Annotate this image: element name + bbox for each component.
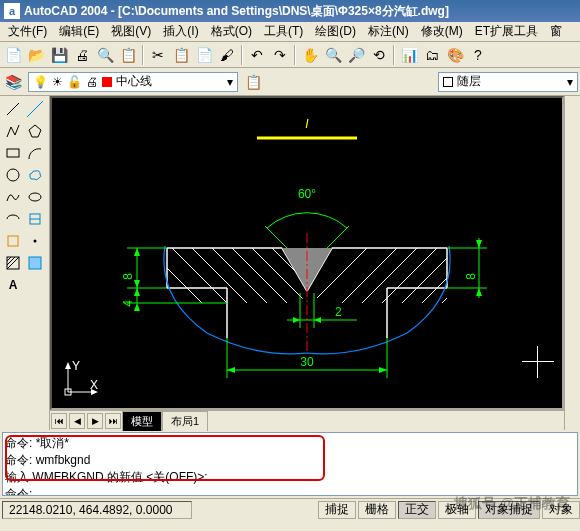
menu-edit[interactable]: 编辑(E) xyxy=(53,21,105,42)
cmd-line: 输入 WMFBKGND 的新值 <关(OFF)>: xyxy=(5,469,575,486)
svg-marker-51 xyxy=(293,317,300,323)
snap-toggle[interactable]: 捕捉 xyxy=(318,501,356,519)
command-window[interactable]: 命令: *取消* 命令: wmfbkgnd 输入 WMFBKGND 的新值 <关… xyxy=(2,432,578,496)
draw-toolbar: A xyxy=(0,96,50,430)
polar-toggle[interactable]: 极轴 xyxy=(438,501,476,519)
new-icon[interactable]: 📄 xyxy=(2,44,24,66)
svg-line-12 xyxy=(7,257,15,265)
svg-text:4: 4 xyxy=(121,300,135,307)
svg-line-43 xyxy=(377,248,437,308)
layer-color-swatch xyxy=(102,77,112,87)
help-icon[interactable]: ? xyxy=(467,44,489,66)
point-icon[interactable] xyxy=(24,230,46,252)
print-icon[interactable]: 🖨 xyxy=(71,44,93,66)
cut-icon[interactable]: ✂ xyxy=(147,44,169,66)
ucs-icon: Y X xyxy=(60,360,100,400)
zoom-icon[interactable]: 🔍 xyxy=(322,44,344,66)
menu-bar: 文件(F) 编辑(E) 视图(V) 插入(I) 格式(O) 工具(T) 绘图(D… xyxy=(0,22,580,42)
svg-text:8: 8 xyxy=(464,273,478,280)
xline-icon[interactable] xyxy=(24,98,46,120)
svg-rect-3 xyxy=(7,149,19,157)
menu-tools[interactable]: 工具(T) xyxy=(258,21,309,42)
svg-line-1 xyxy=(27,101,43,117)
layer-toolbar: 📚 💡 ☀ 🔓 🖨 中心线 ▾ 📋 随层 ▾ xyxy=(0,68,580,96)
menu-dimension[interactable]: 标注(N) xyxy=(362,21,415,42)
layer-manager-icon[interactable]: 📚 xyxy=(2,71,24,93)
ortho-toggle[interactable]: 正交 xyxy=(398,501,436,519)
hatch-icon[interactable] xyxy=(2,252,24,274)
zoom-prev-icon[interactable]: ⟲ xyxy=(368,44,390,66)
undo-icon[interactable]: ↶ xyxy=(246,44,268,66)
circle-icon[interactable] xyxy=(2,164,24,186)
lightbulb-icon: 💡 xyxy=(33,75,48,89)
arc-icon[interactable] xyxy=(24,142,46,164)
menu-insert[interactable]: 插入(I) xyxy=(157,21,204,42)
tab-model[interactable]: 模型 xyxy=(122,411,162,431)
copy-icon[interactable]: 📋 xyxy=(170,44,192,66)
insert-block-icon[interactable] xyxy=(24,208,46,230)
pan-icon[interactable]: ✋ xyxy=(299,44,321,66)
menu-view[interactable]: 视图(V) xyxy=(105,21,157,42)
svg-text:Y: Y xyxy=(72,360,80,373)
ellipse-icon[interactable] xyxy=(24,186,46,208)
coords-display: 22148.0210, 464.4892, 0.0000 xyxy=(2,501,192,519)
menu-window[interactable]: 窗 xyxy=(544,21,568,42)
dropdown-icon: ▾ xyxy=(567,75,573,89)
properties-icon[interactable]: 📊 xyxy=(398,44,420,66)
text-icon[interactable]: A xyxy=(2,274,24,296)
save-icon[interactable]: 💾 xyxy=(48,44,70,66)
svg-text:60°: 60° xyxy=(298,187,316,201)
vert-scrollbar[interactable] xyxy=(564,96,580,430)
drawing-canvas[interactable]: I 60° xyxy=(50,96,564,410)
otrack-toggle[interactable]: 对象 xyxy=(542,501,580,519)
pline-icon[interactable] xyxy=(2,120,24,142)
polygon-icon[interactable] xyxy=(24,120,46,142)
revcloud-icon[interactable] xyxy=(24,164,46,186)
sun-icon: ☀ xyxy=(52,75,63,89)
color-swatch xyxy=(443,77,453,87)
svg-line-45 xyxy=(417,273,452,308)
menu-et-tools[interactable]: ET扩展工具 xyxy=(469,21,544,42)
separator xyxy=(294,45,296,65)
layer-prev-icon[interactable]: 📋 xyxy=(242,71,264,93)
svg-marker-77 xyxy=(65,362,71,369)
tab-layout1[interactable]: 布局1 xyxy=(162,411,208,431)
menu-file[interactable]: 文件(F) xyxy=(2,21,53,42)
linetype-name: 随层 xyxy=(457,73,481,90)
svg-point-4 xyxy=(7,169,19,181)
line-icon[interactable] xyxy=(2,98,24,120)
osnap-toggle[interactable]: 对象捕捉 xyxy=(478,501,540,519)
dropdown-icon: ▾ xyxy=(227,75,233,89)
open-icon[interactable]: 📂 xyxy=(25,44,47,66)
tab-first-icon[interactable]: ⏮ xyxy=(51,413,67,429)
svg-line-44 xyxy=(397,253,452,308)
app-icon: a xyxy=(4,3,20,19)
zoom-window-icon[interactable]: 🔎 xyxy=(345,44,367,66)
linetype-combo[interactable]: 随层 ▾ xyxy=(438,72,578,92)
toolpal-icon[interactable]: 🎨 xyxy=(444,44,466,66)
tab-prev-icon[interactable]: ◀ xyxy=(69,413,85,429)
match-icon[interactable]: 🖌 xyxy=(216,44,238,66)
menu-draw[interactable]: 绘图(D) xyxy=(309,21,362,42)
menu-modify[interactable]: 修改(M) xyxy=(415,21,469,42)
redo-icon[interactable]: ↷ xyxy=(269,44,291,66)
preview-icon[interactable]: 🔍 xyxy=(94,44,116,66)
svg-text:I: I xyxy=(305,117,309,131)
publish-icon[interactable]: 📋 xyxy=(117,44,139,66)
region-icon[interactable] xyxy=(24,252,46,274)
standard-toolbar: 📄 📂 💾 🖨 🔍 📋 ✂ 📋 📄 🖌 ↶ ↷ ✋ 🔍 🔎 ⟲ 📊 🗂 🎨 ? xyxy=(0,42,580,68)
layer-combo[interactable]: 💡 ☀ 🔓 🖨 中心线 ▾ xyxy=(28,72,238,92)
rectangle-icon[interactable] xyxy=(2,142,24,164)
spline-icon[interactable] xyxy=(2,186,24,208)
tab-next-icon[interactable]: ▶ xyxy=(87,413,103,429)
lock-icon: 🔓 xyxy=(67,75,82,89)
status-bar: 22148.0210, 464.4892, 0.0000 捕捉 栅格 正交 极轴… xyxy=(0,498,580,520)
menu-format[interactable]: 格式(O) xyxy=(205,21,258,42)
dcenter-icon[interactable]: 🗂 xyxy=(421,44,443,66)
make-block-icon[interactable] xyxy=(2,230,24,252)
ellipse-arc-icon[interactable] xyxy=(2,208,24,230)
svg-point-5 xyxy=(29,193,41,201)
tab-last-icon[interactable]: ⏭ xyxy=(105,413,121,429)
grid-toggle[interactable]: 栅格 xyxy=(358,501,396,519)
paste-icon[interactable]: 📄 xyxy=(193,44,215,66)
